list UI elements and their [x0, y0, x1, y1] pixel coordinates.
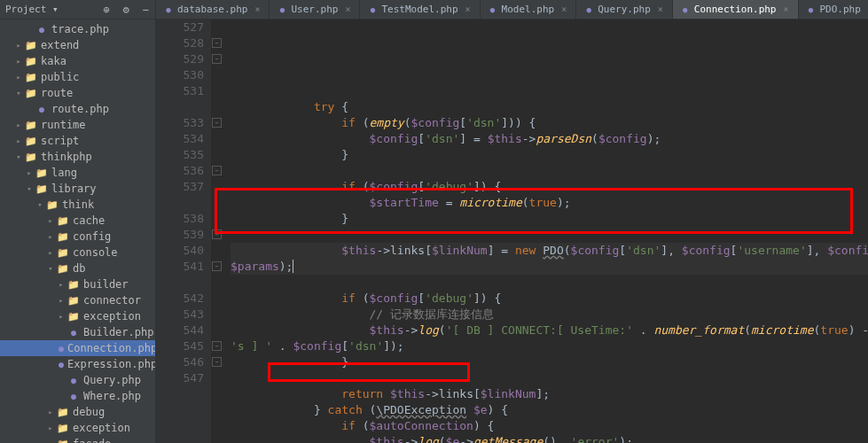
collapse-icon[interactable]: ⊕	[100, 4, 113, 16]
code-line[interactable]: if (empty($config['dsn'])) {	[231, 115, 868, 131]
tree-arrow[interactable]	[57, 280, 66, 289]
tree-item-thinkphp[interactable]: thinkphp	[0, 149, 155, 165]
fold-marker[interactable]	[212, 229, 222, 239]
tree-item-cache[interactable]: cache	[0, 213, 155, 229]
tree-arrow[interactable]	[25, 184, 34, 193]
tree-item-debug[interactable]: debug	[0, 404, 155, 420]
close-icon[interactable]	[253, 5, 262, 14]
code-line[interactable]	[231, 83, 868, 99]
code-line[interactable]: $this->log($e->getMessage(), 'error');	[231, 434, 868, 443]
code-line[interactable]	[231, 370, 868, 386]
tree-item-public[interactable]: public	[0, 69, 155, 85]
fold-marker[interactable]	[212, 261, 222, 271]
tree-item-think[interactable]: think	[0, 197, 155, 213]
code-line[interactable]: $this->log('[ DB ] CONNECT:[ UseTime:' .…	[231, 323, 868, 338]
tree-item-exception[interactable]: exception	[0, 420, 155, 436]
tree-item-library[interactable]: library	[0, 181, 155, 197]
tree-arrow[interactable]	[14, 120, 23, 129]
close-icon[interactable]	[464, 5, 473, 14]
tab-user-php[interactable]: User.php	[270, 0, 360, 19]
code-line[interactable]: if ($config['debug']) {	[231, 291, 868, 307]
tree-label: kaka	[41, 55, 66, 67]
close-icon[interactable]	[343, 5, 352, 14]
code-line[interactable]: $config['dsn'] = $this->parseDsn($config…	[231, 131, 868, 147]
code-content[interactable]: try { if (empty($config['dsn'])) { $conf…	[223, 19, 868, 443]
code-line[interactable]: }	[231, 211, 868, 227]
code-line[interactable]: if ($config['debug']) {	[231, 179, 868, 195]
tree-item-query-php[interactable]: Query.php	[0, 372, 155, 388]
code-line[interactable]: try {	[231, 99, 868, 115]
tab-connection-php[interactable]: Connection.php	[673, 0, 799, 19]
tree-item-trace-php[interactable]: trace.php	[0, 21, 155, 37]
close-icon[interactable]	[656, 5, 665, 14]
fold-marker[interactable]	[212, 38, 222, 48]
tab-query-php[interactable]: Query.php	[576, 0, 673, 19]
project-tree[interactable]: trace.phpextendkakapublicrouteroute.phpr…	[0, 19, 155, 443]
tree-item-db[interactable]: db	[0, 260, 155, 276]
hide-icon[interactable]: −	[139, 4, 152, 16]
tree-item-extend[interactable]: extend	[0, 37, 155, 53]
code-line[interactable]: // 记录数据库连接信息	[231, 307, 868, 323]
tree-arrow[interactable]	[14, 152, 23, 161]
php-icon	[67, 374, 80, 386]
tree-arrow[interactable]	[25, 168, 34, 177]
tree-arrow[interactable]	[14, 136, 23, 145]
code-line[interactable]: }	[231, 354, 868, 370]
code-line[interactable]: if ($autoConnection) {	[231, 418, 868, 434]
code-line[interactable]	[231, 163, 868, 179]
sidebar-title[interactable]: Project ▾	[4, 4, 100, 15]
tab-testmodel-php[interactable]: TestModel.php	[360, 0, 480, 19]
tree-item-where-php[interactable]: Where.php	[0, 388, 155, 404]
tree-item-expression-php[interactable]: Expression.php	[0, 356, 155, 372]
tree-item-config[interactable]: config	[0, 229, 155, 245]
code-line[interactable]	[231, 275, 868, 291]
fold-marker[interactable]	[212, 54, 222, 64]
close-icon[interactable]	[559, 5, 568, 14]
tree-item-builder-php[interactable]: Builder.php	[0, 324, 155, 340]
code-line[interactable]	[231, 227, 868, 243]
tree-arrow[interactable]	[57, 296, 66, 305]
tree-item-exception[interactable]: exception	[0, 308, 155, 324]
tree-arrow[interactable]	[14, 41, 23, 50]
code-line[interactable]: } catch (\PDOException $e) {	[231, 402, 868, 418]
tree-arrow[interactable]	[14, 89, 23, 97]
code-line[interactable]: $this->links[$linkNum] = new PDO($config…	[231, 243, 868, 259]
tab-pdo-php[interactable]: PDO.php	[799, 0, 869, 19]
tab-model-php[interactable]: Model.php	[481, 0, 577, 19]
tree-item-lang[interactable]: lang	[0, 165, 155, 181]
fold-marker[interactable]	[212, 166, 222, 175]
tree-item-facade[interactable]: facade	[0, 436, 155, 443]
tree-arrow[interactable]	[46, 424, 55, 432]
tree-arrow[interactable]	[14, 57, 23, 66]
tree-arrow[interactable]	[46, 408, 55, 416]
gear-icon[interactable]: ⚙	[120, 4, 132, 16]
tree-item-script[interactable]: script	[0, 133, 155, 149]
tree-arrow[interactable]	[46, 248, 55, 257]
tree-item-runtime[interactable]: runtime	[0, 117, 155, 133]
tab-database-php[interactable]: database.php	[156, 0, 270, 19]
tree-item-kaka[interactable]: kaka	[0, 53, 155, 69]
tree-item-route[interactable]: route	[0, 85, 155, 101]
tree-item-route-php[interactable]: route.php	[0, 101, 155, 117]
close-icon[interactable]	[782, 5, 791, 14]
code-line[interactable]: $params);	[231, 259, 868, 275]
tree-item-connection-php[interactable]: Connection.php	[0, 340, 155, 356]
tree-arrow[interactable]	[46, 264, 55, 273]
fold-marker[interactable]	[212, 341, 222, 351]
code-line[interactable]: return $this->links[$linkNum];	[231, 386, 868, 402]
tree-item-console[interactable]: console	[0, 245, 155, 260]
fold-marker[interactable]	[212, 118, 222, 128]
tree-arrow[interactable]	[57, 312, 66, 321]
fold-marker[interactable]	[212, 357, 222, 367]
code-line[interactable]: $startTime = microtime(true);	[231, 195, 868, 211]
tree-arrow[interactable]	[35, 200, 44, 209]
code-line[interactable]: 's ] ' . $config['dsn']);	[231, 338, 868, 354]
tree-arrow[interactable]	[46, 232, 55, 241]
tree-arrow[interactable]	[46, 216, 55, 225]
tree-arrow[interactable]	[46, 439, 55, 443]
tree-item-connector[interactable]: connector	[0, 292, 155, 308]
tree-item-builder[interactable]: builder	[0, 276, 155, 292]
code-line[interactable]: }	[231, 147, 868, 163]
code-editor[interactable]: 5275285295305315335345355365375385395405…	[156, 19, 868, 443]
tree-arrow[interactable]	[14, 73, 23, 82]
